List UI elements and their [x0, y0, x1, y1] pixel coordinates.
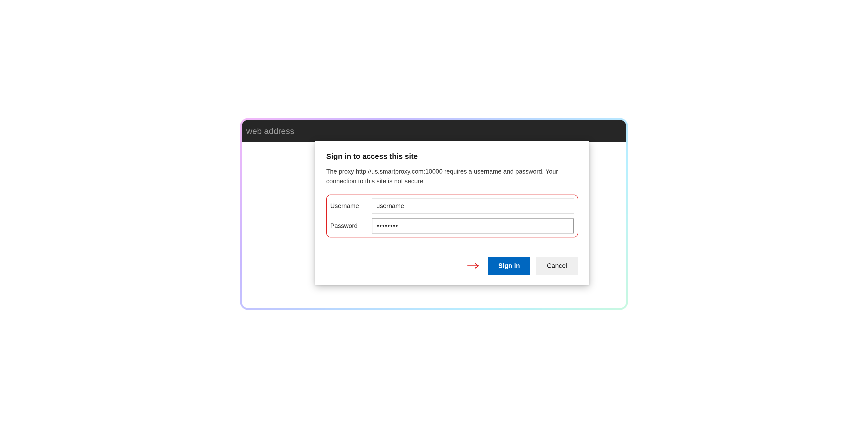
arrow-right-icon — [467, 263, 480, 269]
cancel-button[interactable]: Cancel — [536, 257, 578, 275]
sign-in-button[interactable]: Sign in — [488, 257, 530, 275]
password-row: Password — [329, 218, 574, 234]
dialog-button-row: Sign in Cancel — [326, 257, 578, 275]
address-bar[interactable]: web address — [242, 120, 626, 142]
auth-dialog: Sign in to access this site The proxy ht… — [315, 141, 589, 285]
username-label: Username — [329, 202, 372, 210]
password-input[interactable] — [372, 218, 574, 234]
dialog-message: The proxy http://us.smartproxy.com:10000… — [326, 166, 578, 186]
window-frame: web address Sign in to access this site … — [240, 118, 628, 310]
password-label: Password — [329, 222, 372, 230]
address-bar-placeholder: web address — [246, 126, 294, 136]
credentials-highlight: Username Password — [326, 194, 578, 238]
window-content: web address Sign in to access this site … — [242, 120, 626, 308]
username-row: Username — [329, 198, 574, 214]
username-input[interactable] — [372, 198, 574, 214]
dialog-title: Sign in to access this site — [326, 152, 578, 161]
